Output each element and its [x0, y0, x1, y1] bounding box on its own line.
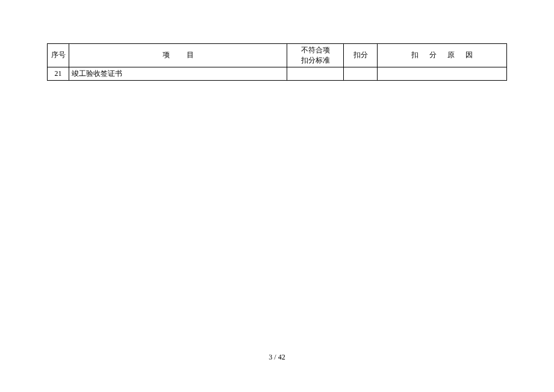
- cell-reason: [378, 67, 507, 80]
- page-separator: /: [272, 353, 278, 361]
- header-nonconform-line2: 扣分标准: [301, 56, 330, 64]
- header-reason: 扣分原因: [378, 44, 507, 67]
- page-content: 序号 项目 不符合项 扣分标准 扣分 扣分原因 21 竣工验收签证书: [0, 0, 554, 81]
- page-number: 3 / 42: [0, 353, 554, 362]
- evaluation-table: 序号 项目 不符合项 扣分标准 扣分 扣分原因 21 竣工验收签证书: [47, 43, 507, 81]
- header-nonconform: 不符合项 扣分标准: [287, 44, 344, 67]
- header-row: 序号 项目 不符合项 扣分标准 扣分 扣分原因: [48, 44, 507, 67]
- cell-item: 竣工验收签证书: [69, 67, 287, 80]
- cell-nonconform: [287, 67, 344, 80]
- table-header: 序号 项目 不符合项 扣分标准 扣分 扣分原因: [48, 44, 507, 67]
- table-body: 21 竣工验收签证书: [48, 67, 507, 80]
- table-row: 21 竣工验收签证书: [48, 67, 507, 80]
- header-seq: 序号: [48, 44, 69, 67]
- header-deduct: 扣分: [344, 44, 378, 67]
- page-total: 42: [278, 353, 285, 361]
- header-item: 项目: [69, 44, 287, 67]
- header-nonconform-line1: 不符合项: [301, 46, 330, 54]
- cell-deduct: [344, 67, 378, 80]
- cell-seq: 21: [48, 67, 69, 80]
